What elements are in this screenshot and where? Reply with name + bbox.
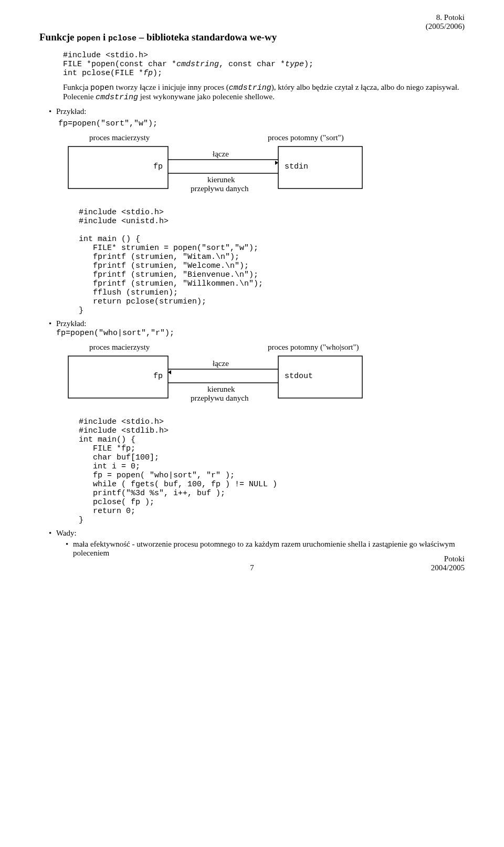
diagram2-stdout: stdout	[285, 372, 313, 381]
example1-label: Przykład: fp=popen("sort","w");	[49, 107, 465, 128]
example2-code-line: fp=popen("who|sort","r");	[56, 329, 174, 338]
diagram2-right-label: proces potomny ("who|sort")	[242, 343, 465, 352]
diagram2-kier1: kierunek	[207, 385, 235, 393]
proto-line1: #include <stdio.h>	[63, 51, 465, 60]
proto-line3: int pclose(FILE *fp);	[63, 69, 465, 78]
code-block-1: #include <stdio.h> #include <unistd.h> i…	[79, 208, 465, 315]
prototype-block: #include <stdio.h> FILE *popen(const cha…	[63, 51, 465, 78]
proto-line2: FILE *popen(const char *cmdstring, const…	[63, 60, 465, 69]
diagram2-fp: fp	[153, 372, 163, 381]
wady-bullet: Wady: mała efektywność - utworzenie proc…	[49, 529, 465, 558]
diagram2-lacze: łącze	[213, 359, 229, 368]
diagram2-kier2: przepływu danych	[191, 394, 249, 402]
page: 8. Potoki (2005/2006) Funkcje popen i pc…	[0, 0, 504, 583]
diagram2: proces macierzysty proces potomny ("who|…	[63, 343, 465, 411]
header-line1: 8. Potoki	[436, 13, 465, 22]
diagram1-left-label: proces macierzysty	[63, 133, 242, 142]
svg-marker-9	[168, 370, 171, 374]
footer-center: 7	[39, 563, 465, 572]
diagram2-svg: fp łącze kierunek przepływu danych stdou…	[63, 353, 399, 411]
wady-label: Wady: mała efektywność - utworzenie proc…	[49, 529, 465, 558]
header-meta: 8. Potoki (2005/2006)	[426, 13, 465, 31]
diagram1-right-label: proces potomny ("sort")	[242, 133, 465, 142]
svg-marker-4	[275, 161, 278, 165]
diagram2-left-label: proces macierzysty	[63, 343, 242, 352]
wady-sublist: mała efektywność - utworzenie procesu po…	[66, 540, 465, 558]
code-block-2: #include <stdio.h> #include <stdlib.h> i…	[79, 417, 465, 525]
example1-code-line: fp=popen("sort","w");	[58, 119, 465, 128]
diagram1-kier2: przepływu danych	[191, 184, 249, 193]
example2-bullet: Przykład: fp=popen("who|sort","r");	[49, 319, 465, 338]
diagram1-kier1: kierunek	[207, 175, 235, 184]
description-paragraph: Funkcja popen tworzy łącze i inicjuje in…	[63, 83, 465, 102]
diagram1-lacze: łącze	[213, 150, 229, 158]
diagram1-svg: fp łącze kierunek przepływu danych stdin	[63, 144, 399, 202]
diagram1: proces macierzysty proces potomny ("sort…	[63, 133, 465, 202]
example2-label: Przykład: fp=popen("who|sort","r");	[49, 319, 465, 338]
example1-bullet: Przykład: fp=popen("sort","w");	[49, 107, 465, 128]
wady-sub-item: mała efektywność - utworzenie procesu po…	[66, 540, 465, 558]
page-title: Funkcje popen i pclose – biblioteka stan…	[39, 32, 465, 43]
footer-right: Potoki 2004/2005	[431, 555, 465, 572]
diagram1-fp: fp	[153, 162, 163, 171]
header-line2: (2005/2006)	[426, 22, 465, 30]
diagram1-stdin: stdin	[285, 162, 308, 171]
